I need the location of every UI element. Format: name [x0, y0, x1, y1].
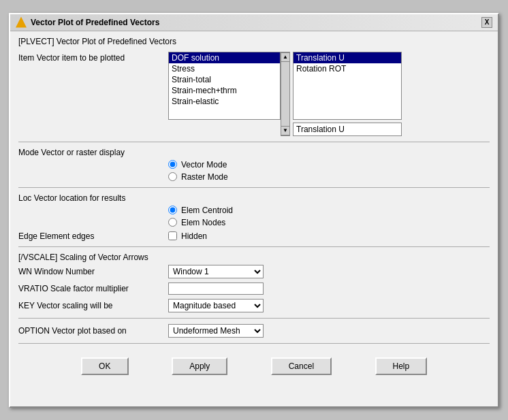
vratio-row: VRATIO Scale factor multiplier 1: [18, 282, 490, 295]
vratio-label: VRATIO Scale factor multiplier: [18, 284, 168, 293]
vector-mode-label: Vector Mode: [181, 160, 227, 169]
wn-row: WN Window Number Window 1 Window 2 Windo…: [18, 265, 490, 278]
elem-nodes-radio[interactable]: [168, 218, 177, 227]
key-select[interactable]: Magnitude based Component based: [168, 299, 264, 312]
item-listbox[interactable]: DOF solution Stress Strain-total Strain-…: [168, 52, 281, 120]
elem-centroid-row: Elem Centroid: [168, 206, 490, 215]
option-select[interactable]: Undeformed Mesh Deformed Mesh: [168, 324, 264, 338]
loc-options: Elem Centroid Elem Nodes: [168, 206, 490, 227]
loc-section: Loc Vector location for results Elem Cen…: [18, 193, 490, 227]
elem-nodes-label: Elem Nodes: [181, 218, 225, 227]
edge-checkbox-row: Hidden: [168, 231, 207, 241]
item-section: Item Vector item to be plotted DOF solut…: [18, 52, 490, 136]
divider-2: [18, 187, 490, 188]
list-item[interactable]: Strain-total: [169, 74, 280, 85]
listbox-area: DOF solution Stress Strain-total Strain-…: [168, 52, 402, 136]
elem-nodes-row: Elem Nodes: [168, 218, 490, 227]
list-item[interactable]: Strain-mech+thrm: [169, 85, 280, 96]
key-label: KEY Vector scaling will be: [18, 301, 168, 310]
dialog-body: [PLVECT] Vector Plot of Predefined Vecto…: [10, 31, 498, 389]
title-bar: Vector Plot of Predefined Vectors X: [10, 14, 498, 31]
mode-options: Vector Mode Raster Mode: [168, 160, 490, 182]
dialog-title: Vector Plot of Predefined Vectors: [31, 18, 159, 27]
close-button[interactable]: X: [481, 17, 492, 28]
cancel-button[interactable]: Cancel: [271, 357, 332, 375]
button-row: OK Apply Cancel Help: [18, 349, 490, 383]
list-item[interactable]: Strain-elastic: [169, 96, 280, 107]
right-listbox[interactable]: Translation U Rotation ROT: [293, 52, 402, 120]
hidden-label: Hidden: [181, 231, 207, 241]
list-item[interactable]: Stress: [169, 63, 280, 74]
divider-3: [18, 246, 490, 247]
dialog-window: Vector Plot of Predefined Vectors X [PLV…: [9, 13, 499, 408]
edge-row: Edge Element edges Hidden: [18, 231, 490, 241]
scroll-track: [281, 62, 289, 126]
raster-mode-radio[interactable]: [168, 172, 177, 181]
list-item[interactable]: DOF solution: [169, 52, 280, 63]
ok-button[interactable]: OK: [81, 357, 129, 375]
wn-label: WN Window Number: [18, 267, 168, 276]
option-row: OPTION Vector plot based on Undeformed M…: [18, 324, 490, 338]
raster-mode-row: Raster Mode: [168, 172, 490, 182]
listbox-scrollbar[interactable]: ▲ ▼: [281, 52, 290, 136]
divider-5: [18, 343, 490, 344]
scroll-up-arrow[interactable]: ▲: [281, 52, 290, 62]
option-label: OPTION Vector plot based on: [18, 326, 168, 336]
vector-mode-radio[interactable]: [168, 160, 177, 169]
key-row: KEY Vector scaling will be Magnitude bas…: [18, 299, 490, 312]
bottom-display: Translation U: [293, 123, 402, 136]
right-list-item[interactable]: Rotation ROT: [293, 63, 401, 74]
wn-select[interactable]: Window 1 Window 2 Window 3: [168, 265, 264, 278]
scroll-down-arrow[interactable]: ▼: [281, 126, 290, 135]
mode-section: Mode Vector or raster display Vector Mod…: [18, 148, 490, 182]
elem-centroid-radio[interactable]: [168, 206, 177, 214]
edge-label: Edge Element edges: [18, 231, 168, 241]
elem-centroid-label: Elem Centroid: [181, 206, 233, 215]
divider-1: [18, 142, 490, 142]
help-button[interactable]: Help: [375, 357, 428, 375]
loc-label: Loc Vector location for results: [18, 193, 490, 203]
app-icon: [16, 17, 27, 28]
apply-button[interactable]: Apply: [172, 357, 227, 375]
vector-mode-row: Vector Mode: [168, 160, 490, 169]
right-list-container: Translation U Rotation ROT Translation U: [293, 52, 402, 136]
item-label: Item Vector item to be plotted: [18, 52, 168, 63]
mode-label: Mode Vector or raster display: [18, 148, 490, 157]
vratio-input[interactable]: 1: [168, 282, 264, 295]
title-bar-left: Vector Plot of Predefined Vectors: [16, 17, 159, 28]
dialog-subtitle: [PLVECT] Vector Plot of Predefined Vecto…: [18, 37, 490, 46]
divider-4: [18, 318, 490, 319]
hidden-checkbox[interactable]: [168, 231, 177, 240]
scaling-section-label: [/VSCALE] Scaling of Vector Arrows: [18, 253, 490, 262]
raster-mode-label: Raster Mode: [181, 172, 228, 182]
right-list-item[interactable]: Translation U: [293, 52, 401, 63]
left-listbox-container: DOF solution Stress Strain-total Strain-…: [168, 52, 290, 136]
